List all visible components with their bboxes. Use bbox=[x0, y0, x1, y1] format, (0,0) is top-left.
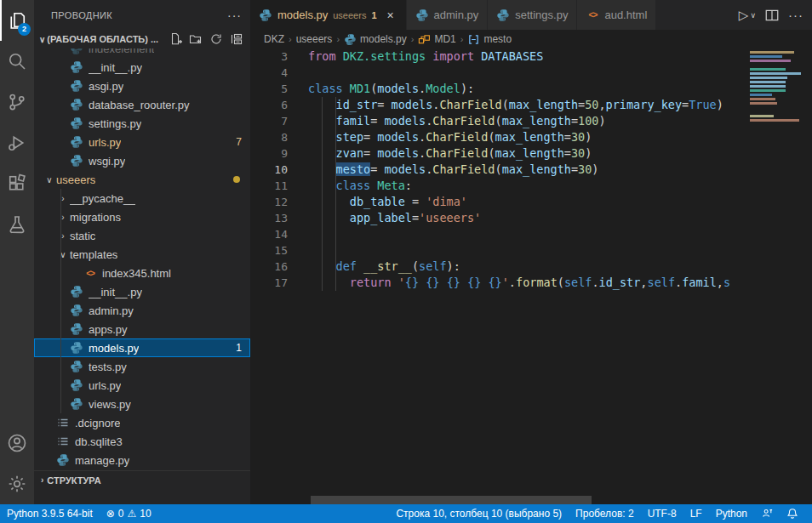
code-token: ) bbox=[585, 130, 592, 144]
tree-file-indexelement[interactable]: indexelement bbox=[34, 48, 250, 58]
code-token: = bbox=[682, 98, 689, 111]
tree-file-manage-py[interactable]: manage.py bbox=[34, 451, 250, 469]
selected-text: mesto bbox=[336, 162, 371, 176]
indent-guide bbox=[322, 210, 323, 226]
python-file-icon bbox=[70, 341, 83, 355]
minimap-line bbox=[750, 102, 777, 105]
tree-file-db-sqlite3[interactable]: db.sqlite3 bbox=[34, 432, 250, 451]
tree-file-database-roouter-py[interactable]: database_roouter.py bbox=[34, 95, 250, 114]
search-activity-icon[interactable] bbox=[0, 41, 34, 82]
code-token: ) bbox=[585, 146, 592, 160]
tree-file-models-py[interactable]: models.py1 bbox=[34, 338, 250, 357]
minimap[interactable] bbox=[747, 48, 803, 504]
settings-activity-icon[interactable] bbox=[0, 463, 34, 504]
tree-file-admin-py[interactable]: admin.py bbox=[34, 301, 250, 320]
python-interpreter-status[interactable]: Python 3.9.5 64-bit bbox=[0, 504, 100, 523]
notifications-bell-icon[interactable] bbox=[780, 504, 805, 523]
workspace-section-header[interactable]: ∨ (РАБОЧАЯ ОБЛАСТЬ) ... bbox=[34, 30, 250, 48]
new-file-icon[interactable] bbox=[169, 32, 182, 46]
breadcrumb: DKZ›useeers›models.py›MD1›mesto bbox=[250, 30, 812, 48]
explorer-more-icon[interactable]: ··· bbox=[227, 9, 242, 22]
tree-file-urls-py[interactable]: urls.py7 bbox=[34, 133, 250, 151]
source-control-activity-icon[interactable] bbox=[0, 82, 34, 122]
run-debug-activity-icon[interactable] bbox=[0, 122, 34, 163]
eol-status[interactable]: LF bbox=[683, 504, 709, 523]
breadcrumb-item-dkz[interactable]: DKZ bbox=[264, 33, 284, 45]
tree-file-views-py[interactable]: views.py bbox=[34, 395, 250, 413]
horizontal-scrollbar[interactable] bbox=[311, 496, 592, 504]
tree-item-label: __init__.py bbox=[89, 61, 142, 74]
code-token: models bbox=[392, 98, 433, 111]
explorer-badge: 2 bbox=[18, 23, 31, 36]
tree-item-label: static bbox=[70, 230, 95, 242]
code-token: app_label bbox=[350, 211, 412, 225]
html-file-icon: <> bbox=[586, 9, 599, 22]
code-token: ( bbox=[495, 162, 502, 176]
code-token bbox=[308, 211, 350, 225]
breadcrumb-item-mesto[interactable]: mesto bbox=[467, 33, 512, 46]
code-token: famil bbox=[682, 276, 717, 289]
tree-file--init-py[interactable]: __init__.py bbox=[34, 282, 250, 301]
explorer-activity-icon[interactable]: 2 bbox=[0, 0, 34, 41]
collapse-all-icon[interactable] bbox=[230, 32, 243, 46]
indent-guide bbox=[335, 162, 336, 178]
extensions-activity-icon[interactable] bbox=[0, 163, 34, 204]
minimap-line bbox=[750, 72, 801, 75]
tab-settings-py[interactable]: settings.py bbox=[488, 0, 576, 30]
code-token: CharField bbox=[439, 98, 501, 111]
tab-admin-py[interactable]: admin.py bbox=[407, 0, 488, 30]
breadcrumb-separator: › bbox=[336, 34, 340, 44]
tree-file-apps-py[interactable]: apps.py bbox=[34, 320, 250, 338]
new-folder-icon[interactable] bbox=[189, 32, 203, 46]
code-token: max_length bbox=[502, 114, 571, 128]
code-token: import bbox=[426, 49, 481, 63]
account-activity-icon[interactable] bbox=[0, 423, 34, 463]
tree-file--dcignore[interactable]: .dcignore bbox=[34, 413, 250, 432]
cursor-position-status[interactable]: Строка 10, столбец 10 (выбрано 5) bbox=[389, 504, 569, 523]
code-token: famil bbox=[336, 114, 371, 128]
editor-more-icon[interactable]: ··· bbox=[788, 8, 803, 22]
breadcrumb-item-useeers[interactable]: useeers bbox=[296, 33, 333, 45]
code-line-4: 4 bbox=[250, 65, 747, 81]
code-token: models bbox=[377, 82, 419, 95]
tree-folder-templates[interactable]: ∨templates bbox=[34, 245, 250, 264]
run-button[interactable]: ▷∨ bbox=[739, 8, 756, 23]
language-mode-status[interactable]: Python bbox=[709, 504, 754, 523]
tab-aud-html[interactable]: <>aud.html bbox=[577, 0, 655, 30]
indent-guide bbox=[335, 145, 336, 162]
tree-folder-static[interactable]: ›static bbox=[34, 226, 250, 245]
python-file-icon bbox=[56, 453, 70, 467]
tree-file-index345-html[interactable]: <>index345.html bbox=[34, 264, 250, 282]
chevron-down-icon: ∨ bbox=[43, 175, 56, 185]
tree-file-asgi-py[interactable]: asgi.py bbox=[34, 77, 250, 95]
code-token: True bbox=[689, 98, 717, 111]
testing-activity-icon[interactable] bbox=[0, 204, 34, 245]
tree-folder--pycache-[interactable]: ›__pycache__ bbox=[34, 189, 250, 207]
line-number: 3 bbox=[250, 48, 288, 65]
indentation-status[interactable]: Пробелов: 2 bbox=[569, 504, 641, 523]
chevron-right-icon: › bbox=[56, 213, 70, 222]
breadcrumb-item-md1[interactable]: MD1 bbox=[418, 33, 455, 46]
encoding-status[interactable]: UTF-8 bbox=[641, 504, 683, 523]
tree-file--init-py[interactable]: __init__.py bbox=[34, 58, 250, 77]
tree-file-tests-py[interactable]: tests.py bbox=[34, 357, 250, 376]
warning-count: 10 bbox=[140, 508, 151, 520]
chevron-down-icon: ∨ bbox=[39, 35, 45, 44]
outline-section-header[interactable]: › СТРУКТУРА bbox=[34, 470, 250, 504]
code-token: ( bbox=[488, 146, 495, 160]
tree-file-wsgi-py[interactable]: wsgi.py bbox=[34, 151, 250, 170]
tree-folder-useeers[interactable]: ∨useeers bbox=[34, 170, 250, 189]
tree-file-urls-py[interactable]: urls.py bbox=[34, 376, 250, 395]
breadcrumb-item-models-py[interactable]: models.py bbox=[344, 33, 407, 46]
tree-folder-migrations[interactable]: ›migrations bbox=[34, 207, 250, 226]
code-editor[interactable]: 3from DKZ.settings import DATABASES45cla… bbox=[250, 48, 747, 504]
code-token: 'useeers' bbox=[419, 211, 481, 225]
split-editor-icon[interactable] bbox=[764, 8, 780, 23]
tree-file-settings-py[interactable]: settings.py bbox=[34, 114, 250, 133]
close-icon[interactable]: × bbox=[384, 9, 397, 22]
refresh-icon[interactable] bbox=[209, 32, 223, 46]
python-file-icon bbox=[70, 98, 83, 111]
feedback-icon[interactable] bbox=[754, 504, 780, 523]
problems-status[interactable]: ⊗ 0 ⚠ 10 bbox=[100, 504, 158, 523]
tab-models-py[interactable]: models.pyuseeers1× bbox=[250, 0, 406, 30]
